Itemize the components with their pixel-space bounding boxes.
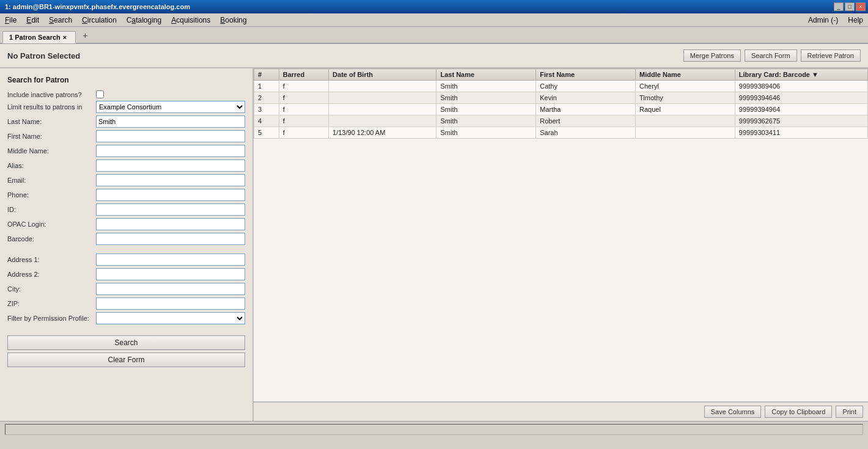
middle-name-label: Middle Name: (7, 147, 96, 155)
opac-login-input[interactable] (96, 218, 245, 230)
table-cell: Smith (436, 104, 536, 115)
print-button[interactable]: Print (836, 406, 863, 418)
tab-add-button[interactable]: + (77, 28, 93, 43)
city-row: City: (7, 283, 245, 295)
phone-label: Phone: (7, 191, 96, 199)
status-bar-inner (5, 424, 863, 435)
table-cell (329, 104, 436, 115)
filter-permission-select[interactable] (96, 312, 245, 324)
menu-acquisitions[interactable]: Acquisitions (166, 15, 215, 26)
tab-close-icon[interactable]: × (61, 34, 69, 41)
save-columns-button[interactable]: Save Columns (704, 406, 762, 418)
limit-results-select[interactable]: Example Consortium (96, 101, 245, 113)
menu-search[interactable]: Search (44, 15, 77, 26)
table-row[interactable]: 3fSmithMarthaRaquel99999394964 (254, 104, 868, 115)
barcode-input[interactable] (96, 233, 245, 245)
menu-booking[interactable]: Booking (215, 15, 251, 26)
table-cell: f (279, 92, 328, 104)
middle-name-row: Middle Name: (7, 145, 245, 157)
id-input[interactable] (96, 203, 245, 216)
help-menu[interactable]: Help (843, 15, 868, 26)
table-cell (329, 81, 436, 92)
zip-row: ZIP: (7, 298, 245, 310)
table-cell: 99999394964 (735, 104, 867, 115)
table-row[interactable]: 1fSmithCathyCheryl99999389406 (254, 81, 868, 92)
admin-user[interactable]: Admin (-) (803, 15, 843, 26)
middle-name-input[interactable] (96, 145, 245, 157)
maximize-button[interactable]: □ (845, 2, 855, 11)
table-cell: Robert (536, 115, 636, 127)
address1-input[interactable] (96, 254, 245, 266)
city-input[interactable] (96, 283, 245, 295)
table-cell: 4 (254, 115, 279, 127)
minimize-button[interactable]: _ (834, 2, 844, 11)
first-name-input[interactable] (96, 130, 245, 142)
menu-circulation[interactable]: Circulation (77, 15, 122, 26)
zip-label: ZIP: (7, 300, 96, 307)
alias-input[interactable] (96, 159, 245, 172)
table-cell (636, 127, 735, 139)
table-cell: Raquel (636, 104, 735, 115)
search-panel: Search for Patron Include inactive patro… (0, 68, 254, 421)
col-header-middle[interactable]: Middle Name (636, 69, 735, 81)
last-name-input[interactable] (96, 115, 245, 128)
zip-input[interactable] (96, 298, 245, 310)
limit-results-row: Limit results to patrons in Example Cons… (7, 101, 245, 113)
phone-input[interactable] (96, 189, 245, 201)
table-cell: Cheryl (636, 81, 735, 92)
table-cell: Smith (436, 92, 536, 104)
table-cell: Smith (436, 115, 536, 127)
col-header-first[interactable]: First Name (536, 69, 636, 81)
col-header-dob[interactable]: Date of Birth (329, 69, 436, 81)
col-header-num[interactable]: # (254, 69, 279, 81)
copy-clipboard-button[interactable]: Copy to Clipboard (765, 406, 832, 418)
opac-login-row: OPAC Login: (7, 218, 245, 230)
menu-file[interactable]: File (0, 15, 21, 26)
filter-permission-label: Filter by Permission Profile: (7, 315, 96, 322)
col-header-barred[interactable]: Barred (279, 69, 328, 81)
results-table: # Barred Date of Birth Last Name First N… (254, 68, 868, 139)
patron-status: No Patron Selected (7, 51, 80, 60)
include-inactive-checkbox[interactable] (96, 90, 104, 98)
address2-row: Address 2: (7, 268, 245, 280)
table-cell: f (279, 104, 328, 115)
table-row[interactable]: 5f1/13/90 12:00 AMSmithSarah99999303411 (254, 127, 868, 139)
results-panel: # Barred Date of Birth Last Name First N… (254, 68, 868, 421)
table-cell: 3 (254, 104, 279, 115)
table-cell (329, 115, 436, 127)
table-cell: Martha (536, 104, 636, 115)
table-cell: Timothy (636, 92, 735, 104)
col-header-last[interactable]: Last Name (436, 69, 536, 81)
retrieve-patron-button[interactable]: Retrieve Patron (801, 49, 861, 62)
col-header-barcode[interactable]: Library Card: Barcode ▼ (735, 69, 867, 81)
clear-form-button[interactable]: Clear Form (7, 352, 245, 367)
filter-permission-row: Filter by Permission Profile: (7, 312, 245, 324)
results-scroll[interactable]: # Barred Date of Birth Last Name First N… (254, 68, 868, 401)
table-cell: 99999362675 (735, 115, 867, 127)
patron-bar-buttons: Merge Patrons Search Form Retrieve Patro… (683, 49, 861, 62)
address2-input[interactable] (96, 268, 245, 280)
table-cell: 2 (254, 92, 279, 104)
close-button[interactable]: × (856, 2, 866, 11)
table-cell: Kevin (536, 92, 636, 104)
search-form-button[interactable]: Search Form (745, 49, 797, 62)
table-cell: 99999389406 (735, 81, 867, 92)
menu-edit[interactable]: Edit (21, 15, 44, 26)
id-row: ID: (7, 203, 245, 216)
table-cell: f (279, 127, 328, 139)
search-button[interactable]: Search (7, 335, 245, 350)
table-row[interactable]: 2fSmithKevinTimothy99999394646 (254, 92, 868, 104)
barcode-row: Barcode: (7, 233, 245, 245)
menu-cataloging[interactable]: Cataloging (122, 15, 166, 26)
table-row[interactable]: 4fSmithRobert99999362675 (254, 115, 868, 127)
table-cell: f (279, 115, 328, 127)
table-cell: f (279, 81, 328, 92)
first-name-row: First Name: (7, 130, 245, 142)
email-input[interactable] (96, 174, 245, 186)
table-cell: 1 (254, 81, 279, 92)
tab-patron-search[interactable]: 1 Patron Search × (2, 31, 76, 43)
table-cell: Smith (436, 127, 536, 139)
search-panel-title: Search for Patron (7, 76, 245, 84)
merge-patrons-button[interactable]: Merge Patrons (683, 49, 741, 62)
city-label: City: (7, 285, 96, 293)
